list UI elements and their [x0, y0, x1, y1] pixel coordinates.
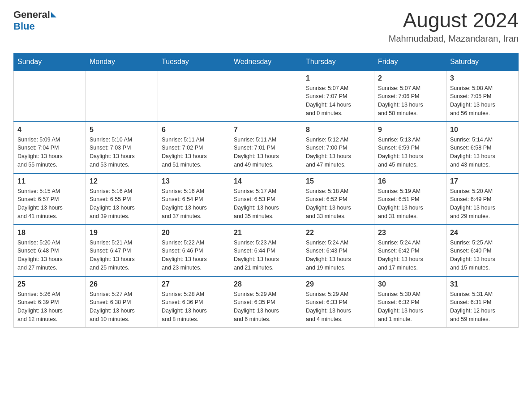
day-number: 2 — [378, 74, 442, 82]
day-info: Sunrise: 5:24 AMSunset: 6:43 PMDaylight:… — [306, 239, 370, 272]
calendar-cell: 23Sunrise: 5:24 AMSunset: 6:42 PMDayligh… — [374, 225, 446, 276]
month-title: August 2024 — [389, 9, 519, 32]
day-number: 15 — [306, 177, 370, 185]
day-number: 25 — [17, 280, 82, 288]
day-number: 29 — [306, 280, 370, 288]
calendar-cell: 26Sunrise: 5:27 AMSunset: 6:38 PMDayligh… — [86, 276, 158, 328]
location-title: Mahmudabad, Mazandaran, Iran — [389, 34, 519, 44]
calendar-cell — [86, 70, 158, 122]
calendar-cell: 9Sunrise: 5:13 AMSunset: 6:59 PMDaylight… — [374, 122, 446, 173]
weekday-header-sunday: Sunday — [14, 53, 86, 70]
calendar-cell: 20Sunrise: 5:22 AMSunset: 6:46 PMDayligh… — [158, 225, 230, 276]
calendar-week-row: 11Sunrise: 5:15 AMSunset: 6:57 PMDayligh… — [14, 173, 519, 225]
calendar-cell: 14Sunrise: 5:17 AMSunset: 6:53 PMDayligh… — [230, 173, 302, 225]
day-number: 24 — [450, 229, 515, 237]
calendar-cell: 28Sunrise: 5:29 AMSunset: 6:35 PMDayligh… — [230, 276, 302, 328]
day-info: Sunrise: 5:15 AMSunset: 6:57 PMDaylight:… — [17, 187, 82, 221]
day-number: 19 — [90, 229, 154, 237]
calendar-cell: 18Sunrise: 5:20 AMSunset: 6:48 PMDayligh… — [14, 225, 86, 276]
day-number: 31 — [450, 280, 515, 288]
calendar-week-row: 4Sunrise: 5:09 AMSunset: 7:04 PMDaylight… — [14, 122, 519, 173]
day-info: Sunrise: 5:17 AMSunset: 6:53 PMDaylight:… — [234, 187, 298, 221]
day-info: Sunrise: 5:29 AMSunset: 6:35 PMDaylight:… — [234, 290, 298, 324]
calendar-cell: 3Sunrise: 5:08 AMSunset: 7:05 PMDaylight… — [446, 70, 519, 122]
day-info: Sunrise: 5:14 AMSunset: 6:58 PMDaylight:… — [450, 136, 515, 169]
day-number: 21 — [234, 229, 298, 237]
day-number: 23 — [378, 229, 442, 237]
day-number: 28 — [234, 280, 298, 288]
calendar-cell: 2Sunrise: 5:07 AMSunset: 7:06 PMDaylight… — [374, 70, 446, 122]
day-info: Sunrise: 5:12 AMSunset: 7:00 PMDaylight:… — [306, 136, 370, 169]
day-number: 13 — [162, 177, 226, 185]
calendar-cell: 16Sunrise: 5:19 AMSunset: 6:51 PMDayligh… — [374, 173, 446, 225]
day-info: Sunrise: 5:30 AMSunset: 6:32 PMDaylight:… — [378, 290, 442, 324]
calendar-cell: 1Sunrise: 5:07 AMSunset: 7:07 PMDaylight… — [302, 70, 374, 122]
day-number: 12 — [90, 177, 154, 185]
day-number: 4 — [17, 126, 82, 134]
calendar-cell — [230, 70, 302, 122]
calendar-cell: 4Sunrise: 5:09 AMSunset: 7:04 PMDaylight… — [14, 122, 86, 173]
logo-blue: Blue — [13, 21, 35, 32]
calendar-cell: 22Sunrise: 5:24 AMSunset: 6:43 PMDayligh… — [302, 225, 374, 276]
day-number: 9 — [378, 126, 442, 134]
title-block: August 2024 Mahmudabad, Mazandaran, Iran — [389, 9, 519, 44]
day-info: Sunrise: 5:28 AMSunset: 6:36 PMDaylight:… — [162, 290, 226, 324]
calendar-cell: 27Sunrise: 5:28 AMSunset: 6:36 PMDayligh… — [158, 276, 230, 328]
day-info: Sunrise: 5:31 AMSunset: 6:31 PMDaylight:… — [450, 290, 515, 324]
day-info: Sunrise: 5:20 AMSunset: 6:48 PMDaylight:… — [17, 239, 82, 272]
weekday-header-monday: Monday — [86, 53, 158, 70]
day-info: Sunrise: 5:27 AMSunset: 6:38 PMDaylight:… — [90, 290, 154, 324]
calendar-header-row: SundayMondayTuesdayWednesdayThursdayFrid… — [14, 53, 519, 70]
day-info: Sunrise: 5:10 AMSunset: 7:03 PMDaylight:… — [90, 136, 154, 169]
calendar-cell: 21Sunrise: 5:23 AMSunset: 6:44 PMDayligh… — [230, 225, 302, 276]
calendar-cell: 8Sunrise: 5:12 AMSunset: 7:00 PMDaylight… — [302, 122, 374, 173]
day-number: 8 — [306, 126, 370, 134]
weekday-header-friday: Friday — [374, 53, 446, 70]
day-number: 14 — [234, 177, 298, 185]
day-info: Sunrise: 5:07 AMSunset: 7:07 PMDaylight:… — [306, 84, 370, 118]
day-info: Sunrise: 5:26 AMSunset: 6:39 PMDaylight:… — [17, 290, 82, 324]
calendar-week-row: 1Sunrise: 5:07 AMSunset: 7:07 PMDaylight… — [14, 70, 519, 122]
calendar-cell: 25Sunrise: 5:26 AMSunset: 6:39 PMDayligh… — [14, 276, 86, 328]
day-number: 1 — [306, 74, 370, 82]
day-number: 5 — [90, 126, 154, 134]
logo: General Blue — [13, 9, 56, 32]
day-info: Sunrise: 5:16 AMSunset: 6:55 PMDaylight:… — [90, 187, 154, 221]
day-number: 26 — [90, 280, 154, 288]
day-info: Sunrise: 5:07 AMSunset: 7:06 PMDaylight:… — [378, 84, 442, 118]
day-number: 27 — [162, 280, 226, 288]
day-info: Sunrise: 5:22 AMSunset: 6:46 PMDaylight:… — [162, 239, 226, 272]
day-info: Sunrise: 5:23 AMSunset: 6:44 PMDaylight:… — [234, 239, 298, 272]
day-info: Sunrise: 5:21 AMSunset: 6:47 PMDaylight:… — [90, 239, 154, 272]
calendar-cell: 7Sunrise: 5:11 AMSunset: 7:01 PMDaylight… — [230, 122, 302, 173]
calendar-week-row: 25Sunrise: 5:26 AMSunset: 6:39 PMDayligh… — [14, 276, 519, 328]
day-number: 10 — [450, 126, 515, 134]
calendar-cell — [14, 70, 86, 122]
calendar-table: SundayMondayTuesdayWednesdayThursdayFrid… — [13, 53, 519, 328]
day-number: 11 — [17, 177, 82, 185]
calendar-cell: 19Sunrise: 5:21 AMSunset: 6:47 PMDayligh… — [86, 225, 158, 276]
calendar-cell: 11Sunrise: 5:15 AMSunset: 6:57 PMDayligh… — [14, 173, 86, 225]
day-info: Sunrise: 5:18 AMSunset: 6:52 PMDaylight:… — [306, 187, 370, 221]
day-number: 18 — [17, 229, 82, 237]
day-info: Sunrise: 5:29 AMSunset: 6:33 PMDaylight:… — [306, 290, 370, 324]
calendar-week-row: 18Sunrise: 5:20 AMSunset: 6:48 PMDayligh… — [14, 225, 519, 276]
calendar-cell: 12Sunrise: 5:16 AMSunset: 6:55 PMDayligh… — [86, 173, 158, 225]
day-number: 22 — [306, 229, 370, 237]
calendar-cell: 30Sunrise: 5:30 AMSunset: 6:32 PMDayligh… — [374, 276, 446, 328]
calendar-cell: 17Sunrise: 5:20 AMSunset: 6:49 PMDayligh… — [446, 173, 519, 225]
calendar-cell: 10Sunrise: 5:14 AMSunset: 6:58 PMDayligh… — [446, 122, 519, 173]
day-info: Sunrise: 5:19 AMSunset: 6:51 PMDaylight:… — [378, 187, 442, 221]
calendar-cell: 24Sunrise: 5:25 AMSunset: 6:40 PMDayligh… — [446, 225, 519, 276]
calendar-cell: 5Sunrise: 5:10 AMSunset: 7:03 PMDaylight… — [86, 122, 158, 173]
calendar-cell: 13Sunrise: 5:16 AMSunset: 6:54 PMDayligh… — [158, 173, 230, 225]
calendar-cell: 29Sunrise: 5:29 AMSunset: 6:33 PMDayligh… — [302, 276, 374, 328]
logo-general: General — [13, 9, 50, 21]
weekday-header-tuesday: Tuesday — [158, 53, 230, 70]
page-header: General Blue August 2024 Mahmudabad, Maz… — [13, 9, 519, 44]
day-info: Sunrise: 5:11 AMSunset: 7:02 PMDaylight:… — [162, 136, 226, 169]
day-info: Sunrise: 5:24 AMSunset: 6:42 PMDaylight:… — [378, 239, 442, 272]
day-number: 3 — [450, 74, 515, 82]
calendar-cell: 15Sunrise: 5:18 AMSunset: 6:52 PMDayligh… — [302, 173, 374, 225]
day-number: 6 — [162, 126, 226, 134]
